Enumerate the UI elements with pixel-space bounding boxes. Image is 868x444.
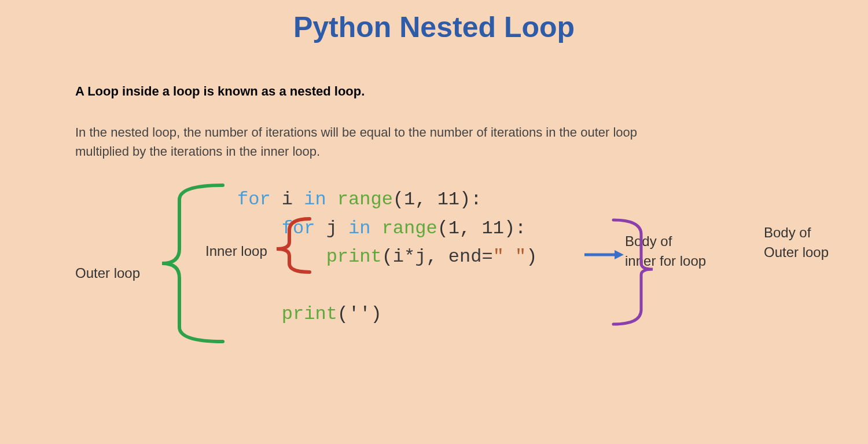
kw-end: end= [437, 246, 493, 267]
var-j: j [326, 218, 337, 239]
label-body-outer: Body of Outer loop [764, 223, 856, 262]
page-title: Python Nested Loop [0, 0, 868, 44]
comma: , [426, 246, 437, 267]
arrow-body-inner-icon [584, 250, 624, 259]
description-text: In the nested loop, the number of iterat… [75, 123, 637, 161]
label-body-inner: Body of inner for loop [625, 232, 729, 270]
body-outer-l1: Body of [764, 225, 811, 240]
fn-print-1: print [326, 246, 382, 267]
p-close: ) [526, 246, 537, 267]
body-inner-l2: inner for loop [625, 253, 706, 269]
fn-range-1: range [337, 189, 393, 210]
expr-ij: i*j [393, 246, 426, 267]
kw-in-1: in [304, 189, 326, 210]
fn-print-2: print [282, 303, 337, 325]
kw-for-2: for [282, 218, 315, 239]
body-outer-l2: Outer loop [764, 244, 829, 260]
body-inner-l1: Body of [625, 233, 672, 249]
desc-line-1: In the nested loop, the number of iterat… [75, 125, 637, 140]
subtitle-text: A Loop inside a loop is known as a neste… [75, 84, 365, 99]
str-end: " " [493, 246, 527, 267]
p-open: ( [382, 246, 393, 267]
range-args-2: (1, 11): [437, 218, 527, 239]
bracket-outer-icon [162, 185, 223, 342]
var-i: i [282, 189, 293, 210]
print2-args: ('') [337, 303, 382, 325]
desc-line-2: multiplied by the iterations in the inne… [75, 144, 320, 159]
kw-for-1: for [237, 189, 271, 210]
svg-marker-1 [615, 250, 624, 259]
code-block: for i in range(1, 11): for j in range(1,… [237, 185, 537, 329]
fn-range-2: range [382, 218, 437, 239]
label-inner-loop: Inner loop [205, 243, 267, 259]
label-outer-loop: Outer loop [75, 265, 140, 281]
kw-in-2: in [348, 218, 370, 239]
range-args-1: (1, 11): [393, 189, 482, 210]
